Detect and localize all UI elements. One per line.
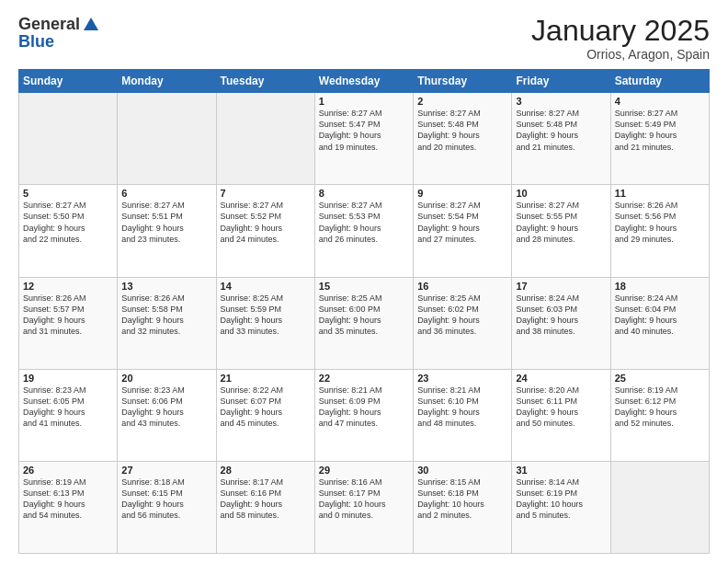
day-number: 27: [121, 465, 211, 476]
day-info: Sunrise: 8:27 AM Sunset: 5:52 PM Dayligh…: [221, 200, 311, 245]
day-info: Sunrise: 8:16 AM Sunset: 6:17 PM Dayligh…: [319, 477, 409, 522]
calendar-cell: [118, 93, 216, 185]
calendar-cell: 27Sunrise: 8:18 AM Sunset: 6:15 PM Dayli…: [118, 461, 216, 553]
day-number: 10: [516, 188, 606, 199]
logo-icon: [82, 16, 100, 34]
calendar-cell: 4Sunrise: 8:27 AM Sunset: 5:49 PM Daylig…: [610, 93, 709, 185]
calendar-cell: [19, 93, 118, 185]
day-number: 31: [516, 465, 606, 476]
calendar-week-4: 19Sunrise: 8:23 AM Sunset: 6:05 PM Dayli…: [19, 369, 710, 461]
day-info: Sunrise: 8:24 AM Sunset: 6:04 PM Dayligh…: [615, 293, 705, 338]
day-info: Sunrise: 8:19 AM Sunset: 6:12 PM Dayligh…: [615, 385, 705, 430]
calendar-cell: 3Sunrise: 8:27 AM Sunset: 5:48 PM Daylig…: [512, 93, 610, 185]
day-info: Sunrise: 8:27 AM Sunset: 5:48 PM Dayligh…: [516, 108, 606, 153]
day-info: Sunrise: 8:24 AM Sunset: 6:03 PM Dayligh…: [516, 293, 606, 338]
calendar-cell: 16Sunrise: 8:25 AM Sunset: 6:02 PM Dayli…: [414, 277, 512, 369]
day-number: 22: [319, 373, 409, 384]
calendar-cell: 20Sunrise: 8:23 AM Sunset: 6:06 PM Dayli…: [118, 369, 216, 461]
calendar-cell: 28Sunrise: 8:17 AM Sunset: 6:16 PM Dayli…: [216, 461, 314, 553]
day-number: 30: [417, 465, 507, 476]
day-number: 15: [319, 281, 409, 292]
calendar-cell: 29Sunrise: 8:16 AM Sunset: 6:17 PM Dayli…: [314, 461, 413, 553]
day-header-thursday: Thursday: [414, 70, 512, 93]
calendar-cell: 24Sunrise: 8:20 AM Sunset: 6:11 PM Dayli…: [512, 369, 610, 461]
day-number: 16: [417, 281, 507, 292]
day-info: Sunrise: 8:19 AM Sunset: 6:13 PM Dayligh…: [23, 477, 113, 522]
day-header-friday: Friday: [512, 70, 610, 93]
calendar-cell: 6Sunrise: 8:27 AM Sunset: 5:51 PM Daylig…: [118, 185, 216, 277]
page-header: General Blue January 2025 Orrios, Aragon…: [18, 15, 710, 62]
calendar-cell: 31Sunrise: 8:14 AM Sunset: 6:19 PM Dayli…: [512, 461, 610, 553]
calendar-cell: 12Sunrise: 8:26 AM Sunset: 5:57 PM Dayli…: [19, 277, 118, 369]
day-number: 9: [417, 188, 507, 199]
calendar-cell: 14Sunrise: 8:25 AM Sunset: 5:59 PM Dayli…: [216, 277, 314, 369]
day-info: Sunrise: 8:25 AM Sunset: 6:00 PM Dayligh…: [319, 293, 409, 338]
day-number: 7: [221, 188, 311, 199]
day-number: 13: [121, 281, 211, 292]
day-number: 2: [417, 96, 507, 107]
day-number: 8: [319, 188, 409, 199]
day-number: 12: [23, 281, 113, 292]
day-info: Sunrise: 8:27 AM Sunset: 5:49 PM Dayligh…: [615, 108, 705, 153]
logo-general-text: General: [18, 15, 80, 34]
day-info: Sunrise: 8:23 AM Sunset: 6:05 PM Dayligh…: [23, 385, 113, 430]
day-number: 21: [221, 373, 311, 384]
calendar-cell: 1Sunrise: 8:27 AM Sunset: 5:47 PM Daylig…: [314, 93, 413, 185]
day-info: Sunrise: 8:25 AM Sunset: 5:59 PM Dayligh…: [221, 293, 311, 338]
day-info: Sunrise: 8:22 AM Sunset: 6:07 PM Dayligh…: [221, 385, 311, 430]
day-header-tuesday: Tuesday: [216, 70, 314, 93]
day-number: 1: [319, 96, 409, 107]
day-info: Sunrise: 8:27 AM Sunset: 5:54 PM Dayligh…: [417, 200, 507, 245]
day-number: 14: [221, 281, 311, 292]
day-info: Sunrise: 8:26 AM Sunset: 5:57 PM Dayligh…: [23, 293, 113, 338]
month-title: January 2025: [531, 15, 710, 47]
day-info: Sunrise: 8:27 AM Sunset: 5:55 PM Dayligh…: [516, 200, 606, 245]
day-number: 5: [23, 188, 113, 199]
day-number: 23: [417, 373, 507, 384]
day-info: Sunrise: 8:27 AM Sunset: 5:53 PM Dayligh…: [319, 200, 409, 245]
calendar-cell: 7Sunrise: 8:27 AM Sunset: 5:52 PM Daylig…: [216, 185, 314, 277]
calendar-cell: 26Sunrise: 8:19 AM Sunset: 6:13 PM Dayli…: [19, 461, 118, 553]
calendar-cell: 18Sunrise: 8:24 AM Sunset: 6:04 PM Dayli…: [610, 277, 709, 369]
day-number: 26: [23, 465, 113, 476]
day-number: 18: [615, 281, 705, 292]
calendar-cell: 25Sunrise: 8:19 AM Sunset: 6:12 PM Dayli…: [610, 369, 709, 461]
day-info: Sunrise: 8:21 AM Sunset: 6:09 PM Dayligh…: [319, 385, 409, 430]
day-number: 3: [516, 96, 606, 107]
calendar-cell: 30Sunrise: 8:15 AM Sunset: 6:18 PM Dayli…: [414, 461, 512, 553]
day-number: 29: [319, 465, 409, 476]
day-number: 24: [516, 373, 606, 384]
day-info: Sunrise: 8:23 AM Sunset: 6:06 PM Dayligh…: [121, 385, 211, 430]
day-header-saturday: Saturday: [610, 70, 709, 93]
calendar-week-3: 12Sunrise: 8:26 AM Sunset: 5:57 PM Dayli…: [19, 277, 710, 369]
svg-marker-0: [84, 17, 98, 30]
calendar-cell: [216, 93, 314, 185]
logo: General Blue: [18, 15, 100, 52]
calendar-cell: 8Sunrise: 8:27 AM Sunset: 5:53 PM Daylig…: [314, 185, 413, 277]
calendar-cell: 2Sunrise: 8:27 AM Sunset: 5:48 PM Daylig…: [414, 93, 512, 185]
day-number: 20: [121, 373, 211, 384]
calendar-cell: 17Sunrise: 8:24 AM Sunset: 6:03 PM Dayli…: [512, 277, 610, 369]
calendar-cell: 9Sunrise: 8:27 AM Sunset: 5:54 PM Daylig…: [414, 185, 512, 277]
calendar-cell: 19Sunrise: 8:23 AM Sunset: 6:05 PM Dayli…: [19, 369, 118, 461]
day-number: 17: [516, 281, 606, 292]
day-info: Sunrise: 8:25 AM Sunset: 6:02 PM Dayligh…: [417, 293, 507, 338]
day-info: Sunrise: 8:26 AM Sunset: 5:58 PM Dayligh…: [121, 293, 211, 338]
calendar-week-1: 1Sunrise: 8:27 AM Sunset: 5:47 PM Daylig…: [19, 93, 710, 185]
day-number: 4: [615, 96, 705, 107]
calendar-cell: 22Sunrise: 8:21 AM Sunset: 6:09 PM Dayli…: [314, 369, 413, 461]
day-header-wednesday: Wednesday: [314, 70, 413, 93]
calendar-week-2: 5Sunrise: 8:27 AM Sunset: 5:50 PM Daylig…: [19, 185, 710, 277]
calendar-cell: [610, 461, 709, 553]
calendar-cell: 5Sunrise: 8:27 AM Sunset: 5:50 PM Daylig…: [19, 185, 118, 277]
day-info: Sunrise: 8:27 AM Sunset: 5:50 PM Dayligh…: [23, 200, 113, 245]
calendar-cell: 21Sunrise: 8:22 AM Sunset: 6:07 PM Dayli…: [216, 369, 314, 461]
calendar-week-5: 26Sunrise: 8:19 AM Sunset: 6:13 PM Dayli…: [19, 461, 710, 553]
calendar-header: SundayMondayTuesdayWednesdayThursdayFrid…: [19, 70, 710, 93]
day-header-sunday: Sunday: [19, 70, 118, 93]
day-header-monday: Monday: [118, 70, 216, 93]
day-number: 19: [23, 373, 113, 384]
calendar-cell: 10Sunrise: 8:27 AM Sunset: 5:55 PM Dayli…: [512, 185, 610, 277]
calendar-cell: 13Sunrise: 8:26 AM Sunset: 5:58 PM Dayli…: [118, 277, 216, 369]
title-section: January 2025 Orrios, Aragon, Spain: [531, 15, 710, 62]
